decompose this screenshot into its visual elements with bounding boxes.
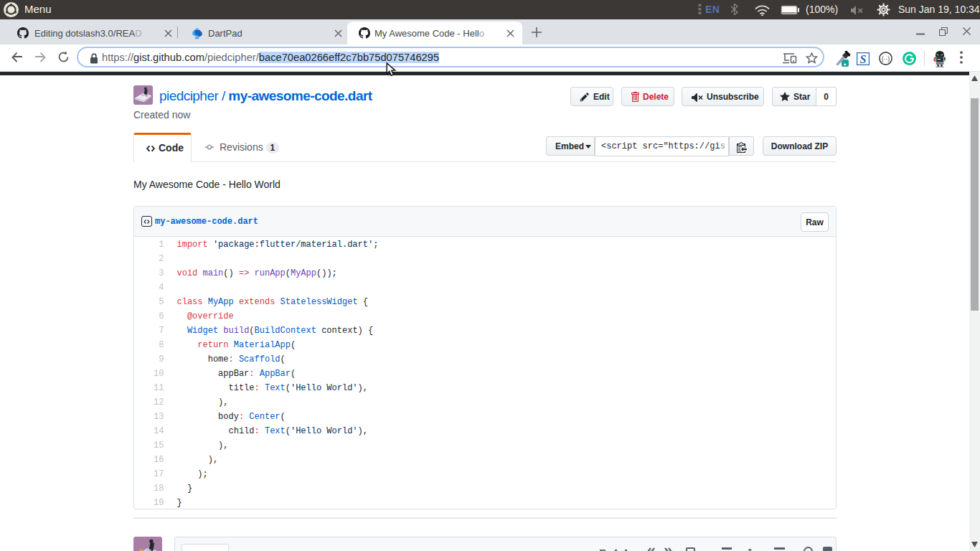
svg-text:(··): (··) — [882, 55, 890, 62]
svg-text:S: S — [860, 53, 867, 65]
